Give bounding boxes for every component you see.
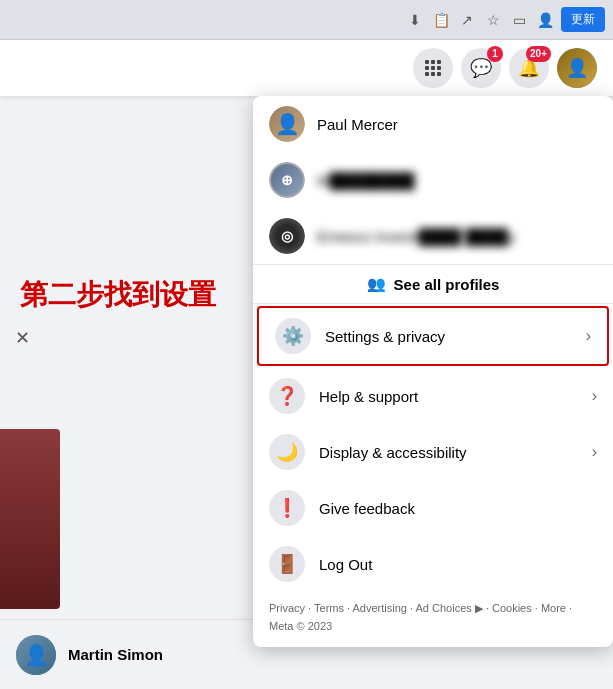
help-support-item[interactable]: ❓ Help & support › <box>253 368 613 424</box>
help-label: Help & support <box>319 388 578 405</box>
display-icon: 🌙 <box>269 434 305 470</box>
see-all-label: See all profiles <box>394 276 500 293</box>
martin-name: Martin Simon <box>68 646 163 663</box>
account-avatar[interactable]: 👤 <box>557 48 597 88</box>
logout-icon: 🚪 <box>269 546 305 582</box>
tab-icon[interactable]: ▭ <box>509 10 529 30</box>
profile-name-emesco: Emesco Investi████ ████y <box>317 228 515 245</box>
facebook-header: 💬 1 🔔 20+ 👤 <box>0 40 613 96</box>
help-icon: ❓ <box>269 378 305 414</box>
messenger-icon: 💬 <box>470 57 492 79</box>
profile-name-paul: Paul Mercer <box>317 116 398 133</box>
page-content: 第二步找到设置 ✕ 👤 Paul Mercer ⊕ M████████ <box>0 96 613 689</box>
logout-item[interactable]: 🚪 Log Out <box>253 536 613 592</box>
footer-links: Privacy · Terms · Advertising · Ad Choic… <box>253 592 613 647</box>
browser-chrome: ⬇ 📋 ↗ ☆ ▭ 👤 更新 <box>0 0 613 40</box>
close-button[interactable]: ✕ <box>10 326 34 350</box>
left-content <box>0 96 240 689</box>
give-feedback-item[interactable]: ❗ Give feedback <box>253 480 613 536</box>
settings-chevron: › <box>586 327 591 345</box>
download-icon[interactable]: ⬇ <box>405 10 425 30</box>
display-label: Display & accessibility <box>319 444 578 461</box>
apps-button[interactable] <box>413 48 453 88</box>
display-accessibility-item[interactable]: 🌙 Display & accessibility › <box>253 424 613 480</box>
settings-privacy-item[interactable]: ⚙️ Settings & privacy › <box>259 308 607 364</box>
update-button[interactable]: 更新 <box>561 7 605 32</box>
profile-icon[interactable]: 👤 <box>535 10 555 30</box>
avatar-m: ⊕ <box>269 162 305 198</box>
avatar-emesco: ◎ <box>269 218 305 254</box>
feedback-label: Give feedback <box>319 500 597 517</box>
see-all-profiles-button[interactable]: 👥 See all profiles <box>253 264 613 304</box>
martin-avatar: 👤 <box>16 635 56 675</box>
settings-icon: ⚙️ <box>275 318 311 354</box>
profiles-icon: 👥 <box>367 275 386 293</box>
profile-item-m[interactable]: ⊕ M████████ <box>253 152 613 208</box>
header-icons: 💬 1 🔔 20+ 👤 <box>413 48 597 88</box>
screenshot-icon[interactable]: 📋 <box>431 10 451 30</box>
footer-text: Privacy · Terms · Advertising · Ad Choic… <box>269 602 572 632</box>
messenger-button[interactable]: 💬 1 <box>461 48 501 88</box>
feedback-icon: ❗ <box>269 490 305 526</box>
display-chevron: › <box>592 443 597 461</box>
star-icon[interactable]: ☆ <box>483 10 503 30</box>
avatar-paul: 👤 <box>269 106 305 142</box>
settings-label: Settings & privacy <box>325 328 572 345</box>
share-icon[interactable]: ↗ <box>457 10 477 30</box>
help-chevron: › <box>592 387 597 405</box>
profile-item-paul[interactable]: 👤 Paul Mercer <box>253 96 613 152</box>
profile-name-m: M████████ <box>317 172 415 189</box>
logout-label: Log Out <box>319 556 597 573</box>
annotation-step2: 第二步找到设置 <box>20 276 216 314</box>
grid-icon <box>425 60 441 76</box>
notifications-button[interactable]: 🔔 20+ <box>509 48 549 88</box>
settings-highlight-box: ⚙️ Settings & privacy › <box>257 306 609 366</box>
messenger-badge: 1 <box>487 46 503 62</box>
notifications-badge: 20+ <box>526 46 551 62</box>
dropdown-menu: 👤 Paul Mercer ⊕ M████████ ◎ Emesco Inves… <box>253 96 613 647</box>
profile-item-emesco[interactable]: ◎ Emesco Investi████ ████y <box>253 208 613 264</box>
